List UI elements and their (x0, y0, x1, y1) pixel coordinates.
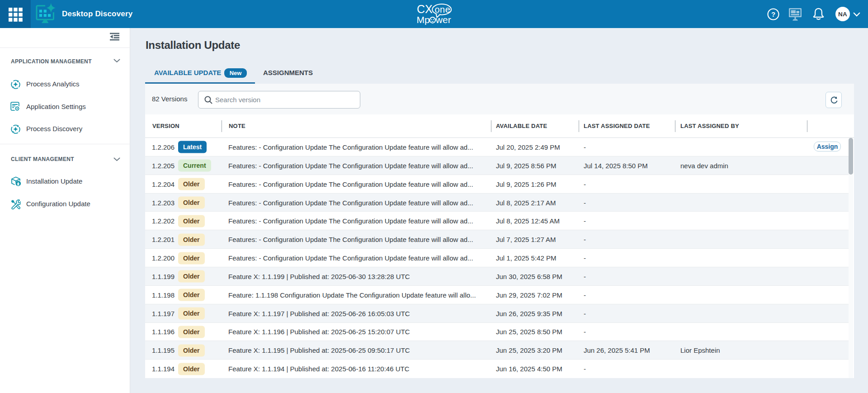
svg-text:CX: CX (417, 3, 433, 15)
svg-text:?: ? (771, 10, 775, 18)
svg-text:Mp: Mp (417, 14, 430, 25)
svg-text:wer: wer (435, 14, 451, 25)
svg-text:one: one (435, 5, 451, 14)
